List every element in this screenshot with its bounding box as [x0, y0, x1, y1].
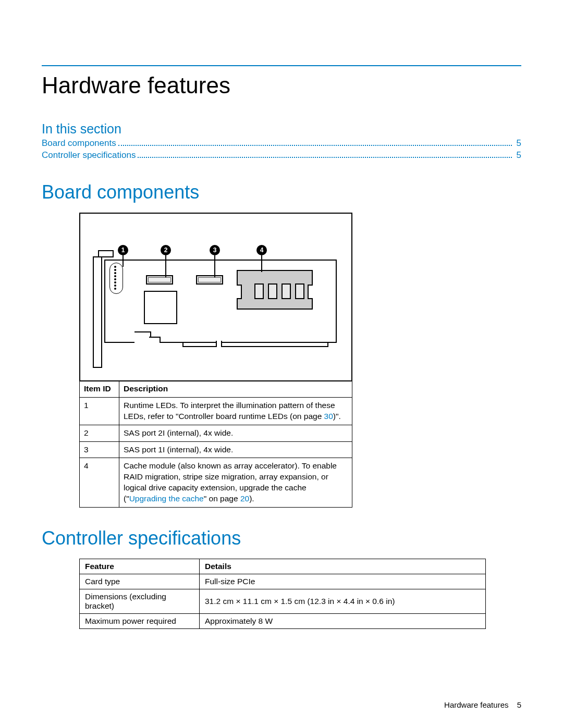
edge-connector-icon: [182, 342, 328, 347]
toc-row: Board components 5: [42, 138, 521, 150]
footer-section-label: Hardware features: [444, 700, 508, 709]
table-header-row: Item ID Description: [80, 380, 352, 397]
cell-id: 4: [80, 458, 119, 508]
callout-leadline-icon: [214, 255, 215, 277]
in-this-section-heading: In this section: [42, 121, 521, 137]
th-item-id: Item ID: [80, 380, 119, 397]
table-header-row: Feature Details: [80, 559, 486, 574]
pci-bracket-icon: [93, 256, 102, 368]
callout-badge-3: 3: [210, 245, 220, 255]
cell-details: Full-size PCIe: [200, 574, 486, 589]
table-row: 4 Cache module (also known as array acce…: [80, 458, 352, 508]
sas-port-2-icon: [146, 275, 173, 285]
edge-connector-gap-icon: [216, 341, 222, 347]
led-dots-icon: [114, 266, 116, 290]
toc-page: 5: [514, 138, 521, 150]
toc-leader: [118, 138, 512, 146]
table-row: Card type Full-size PCIe: [80, 574, 486, 589]
th-feature: Feature: [80, 559, 200, 574]
toc-page: 5: [514, 150, 521, 162]
cell-details: Approximately 8 W: [200, 614, 486, 629]
link-upgrading-cache[interactable]: Upgrading the cache: [129, 494, 204, 503]
th-description: Description: [119, 380, 352, 397]
cell-details: 31.2 cm × 11.1 cm × 1.5 cm (12.3 in × 4.…: [200, 589, 486, 614]
callout-badge-4: 4: [256, 245, 267, 255]
cell-desc: Cache module (also known as array accele…: [119, 458, 352, 508]
toc-leader: [138, 150, 512, 158]
section-heading-board: Board components: [42, 181, 521, 203]
page-footer: Hardware features 5: [444, 700, 521, 709]
toc-link-board-components[interactable]: Board components: [42, 138, 116, 150]
callout-badge-2: 2: [161, 245, 171, 255]
cell-desc: Runtime LEDs. To interpret the illuminat…: [119, 397, 352, 425]
callout-leadline-icon: [261, 255, 262, 272]
sas-port-1-icon: [196, 275, 223, 285]
board-diagram-container: 1 2 3 4 Item ID Description 1 Runtime LE…: [79, 213, 352, 508]
callout-leadline-icon: [123, 255, 124, 267]
board-components-table: Item ID Description 1 Runtime LEDs. To i…: [79, 380, 352, 508]
cache-module-icon: [237, 270, 313, 310]
table-row: 1 Runtime LEDs. To interpret the illumin…: [80, 397, 352, 425]
table-row: 3 SAS port 1I (internal), 4x wide.: [80, 441, 352, 458]
toc-link-controller-specs[interactable]: Controller specifications: [42, 150, 136, 162]
chip-icon: [144, 291, 177, 324]
table-row: Dimensions (excluding bracket) 31.2 cm ×…: [80, 589, 486, 614]
th-details: Details: [200, 559, 486, 574]
controller-specs-table: Feature Details Card type Full-size PCIe…: [79, 559, 486, 629]
page-title: Hardware features: [42, 72, 521, 98]
board-diagram: 1 2 3 4: [79, 213, 352, 381]
toc-row: Controller specifications 5: [42, 150, 521, 162]
link-upgrading-cache-page[interactable]: 20: [240, 494, 249, 503]
pci-bracket-tab-icon: [98, 250, 114, 257]
footer-page-number: 5: [517, 700, 521, 709]
table-row: Maximum power required Approximately 8 W: [80, 614, 486, 629]
cell-desc: SAS port 1I (internal), 4x wide.: [119, 441, 352, 458]
pcb-notch-icon: [149, 337, 161, 343]
cell-id: 3: [80, 441, 119, 458]
cell-feature: Card type: [80, 574, 200, 589]
cell-feature: Maximum power required: [80, 614, 200, 629]
callout-leadline-icon: [165, 255, 166, 277]
cell-desc: SAS port 2I (internal), 4x wide.: [119, 425, 352, 441]
led-module-icon: [109, 263, 123, 294]
callout-badge-1: 1: [118, 245, 128, 255]
header-rule: [42, 65, 521, 66]
cell-feature: Dimensions (excluding bracket): [80, 589, 200, 614]
cell-id: 2: [80, 425, 119, 441]
link-runtime-leds-page[interactable]: 30: [324, 412, 333, 421]
cell-id: 1: [80, 397, 119, 425]
table-row: 2 SAS port 2I (internal), 4x wide.: [80, 425, 352, 441]
section-heading-specs: Controller specifications: [42, 527, 521, 549]
